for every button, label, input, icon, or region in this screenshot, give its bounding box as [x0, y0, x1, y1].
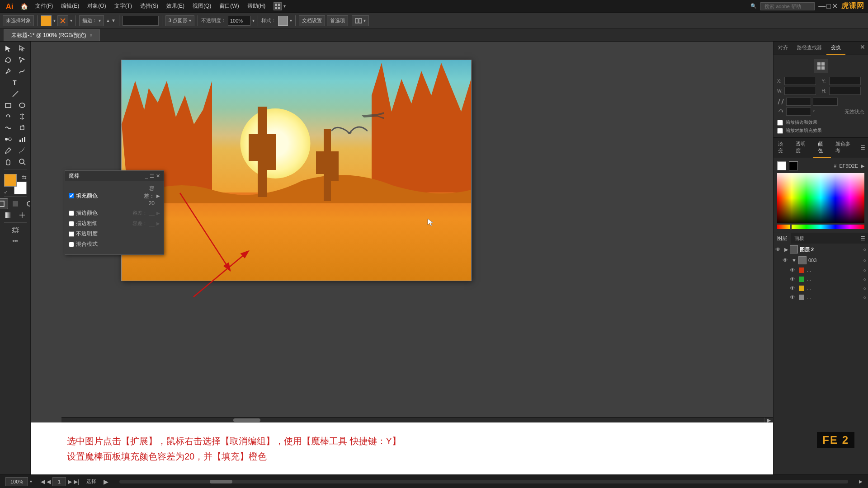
brush-size-input[interactable]	[123, 16, 159, 26]
ellipse-tool[interactable]	[15, 100, 29, 111]
hue-bar[interactable]	[777, 225, 864, 229]
direct-select-tool[interactable]	[15, 43, 29, 54]
stroke-mode-btn[interactable]	[57, 15, 68, 26]
scale-tool[interactable]	[15, 122, 29, 133]
maximize-btn[interactable]: □	[826, 2, 831, 10]
zoom-tool[interactable]	[15, 156, 29, 167]
menu-object[interactable]: 对象(O)	[84, 1, 109, 11]
color-picker[interactable]	[777, 173, 864, 223]
fill-color-checkbox[interactable]	[69, 193, 74, 198]
doc-settings-btn[interactable]: 文档设置	[299, 15, 325, 26]
artboards-tab[interactable]: 画板	[791, 233, 808, 244]
color-item-2-row[interactable]: 👁 ... ○	[774, 275, 868, 283]
color-2-vis[interactable]: ○	[863, 277, 866, 282]
style-color-box[interactable]	[278, 16, 288, 26]
eyedropper-tool[interactable]	[1, 145, 15, 156]
color-4-eye[interactable]: 👁	[790, 294, 797, 300]
menu-help[interactable]: 帮助(H)	[244, 1, 269, 11]
search-input[interactable]	[760, 2, 815, 10]
color-item-4-row[interactable]: 👁 ... ○	[774, 293, 868, 301]
page-input[interactable]	[52, 477, 66, 486]
transform-grid-icon[interactable]	[814, 59, 828, 73]
skew-x-input[interactable]	[786, 98, 811, 106]
magic-panel-min[interactable]: _	[145, 173, 148, 179]
stepper-up[interactable]: ▲	[106, 18, 110, 23]
pathfinder-tab[interactable]: 路径查找器	[793, 42, 826, 55]
blend-tool[interactable]	[1, 134, 15, 145]
freehand-tool[interactable]	[15, 66, 29, 77]
fill-color-box[interactable]	[41, 15, 52, 26]
line-tool[interactable]	[9, 89, 22, 99]
more-tools-btn[interactable]: •••	[9, 236, 22, 247]
color-item-1-row[interactable]: 👁 ... ○	[774, 266, 868, 274]
h-scrollbar-thumb[interactable]	[233, 418, 260, 422]
magic-panel-settings[interactable]: ☰	[150, 173, 154, 179]
rect-tool[interactable]	[1, 100, 15, 111]
stroke-expand[interactable]: ▶	[156, 211, 160, 216]
color-3-eye[interactable]: 👁	[790, 285, 797, 291]
home-btn[interactable]: 🏠	[17, 1, 31, 12]
appearance-menu[interactable]: ☰	[858, 143, 868, 153]
layer-003-arrow[interactable]: ▼	[792, 258, 797, 263]
h-scrollbar[interactable]: ▶	[61, 417, 773, 422]
opacity-input[interactable]	[228, 16, 250, 26]
gradient-fill-btn[interactable]	[1, 210, 15, 221]
layer-003-eye[interactable]: 👁	[783, 257, 790, 263]
layer-003-row[interactable]: 👁 ▼ 003 ○	[774, 255, 868, 265]
layer-2-row[interactable]: 👁 ▶ 图层 2 ○	[774, 244, 868, 254]
menu-window[interactable]: 窗口(W)	[216, 1, 242, 11]
y-input[interactable]	[829, 77, 861, 85]
w-input[interactable]	[784, 87, 816, 95]
color-4-vis[interactable]: ○	[863, 295, 866, 300]
fill-mode-btn[interactable]	[9, 198, 22, 209]
zoom-dropdown[interactable]: ▾	[30, 479, 32, 484]
magic-select-tool[interactable]	[15, 55, 29, 66]
white-swatch[interactable]	[777, 161, 786, 170]
rotate-input[interactable]	[786, 108, 811, 116]
scale-strokes-checkbox[interactable]	[777, 120, 783, 126]
value-stepper[interactable]: ▲ ▼	[106, 18, 116, 23]
layer-003-vis[interactable]: ○	[863, 258, 866, 263]
color-2-eye[interactable]: 👁	[790, 276, 797, 282]
pen-tool[interactable]	[1, 66, 15, 77]
color-1-vis[interactable]: ○	[863, 267, 866, 273]
magic-panel-close[interactable]: ✕	[156, 173, 160, 179]
stroke-width-checkbox[interactable]	[69, 221, 74, 226]
color-tab[interactable]: 颜色	[813, 138, 831, 158]
select-tool[interactable]	[1, 43, 15, 54]
color-ref-tab[interactable]: 颜色参考	[831, 138, 858, 158]
color-1-eye[interactable]: 👁	[790, 267, 797, 273]
default-colors-btn[interactable]: ↙	[4, 190, 8, 194]
hex-expand[interactable]: ▶	[861, 163, 864, 169]
stroke-mode-btn-2[interactable]	[23, 198, 31, 209]
hand-tool[interactable]	[1, 156, 15, 167]
graph-tool[interactable]	[15, 134, 29, 145]
scrollbar-thumb-status[interactable]	[210, 480, 232, 483]
color-item-3-row[interactable]: 👁 ... ○	[774, 284, 868, 292]
layer-2-vis[interactable]: ○	[863, 247, 866, 252]
arrange-btn[interactable]: ▾	[352, 15, 369, 26]
artboard-tool[interactable]	[9, 225, 22, 235]
opacity-checkbox[interactable]	[69, 231, 74, 237]
skew-y-input[interactable]	[813, 98, 838, 106]
layers-tab[interactable]: 图层	[774, 233, 791, 244]
play-btn[interactable]: ▶	[104, 478, 108, 485]
menu-type[interactable]: 文字(T)	[111, 1, 136, 11]
mirror-tool[interactable]	[15, 111, 29, 122]
preferences-btn[interactable]: 首选项	[327, 15, 348, 26]
magic-panel-header[interactable]: 魔棒 _ ☰ ✕	[65, 171, 164, 181]
x-input[interactable]	[784, 77, 816, 85]
h-input[interactable]	[829, 87, 861, 95]
canvas-container[interactable]	[121, 60, 472, 281]
fade-tab[interactable]: 淡变	[774, 138, 791, 158]
hue-slider[interactable]	[790, 224, 792, 230]
point-type-dropdown[interactable]: 3 点圆形 ▾	[165, 15, 194, 26]
tab-close-btn[interactable]: ×	[90, 33, 93, 38]
stroke-color-checkbox[interactable]	[69, 211, 74, 216]
transform-tab[interactable]: 变换	[826, 42, 845, 55]
color-3-vis[interactable]: ○	[863, 286, 866, 291]
menu-edit[interactable]: 编辑(E)	[57, 1, 83, 11]
scroll-right-btn[interactable]: ▶	[764, 418, 773, 422]
black-swatch[interactable]	[789, 161, 798, 170]
type-tool[interactable]: T	[9, 77, 22, 88]
